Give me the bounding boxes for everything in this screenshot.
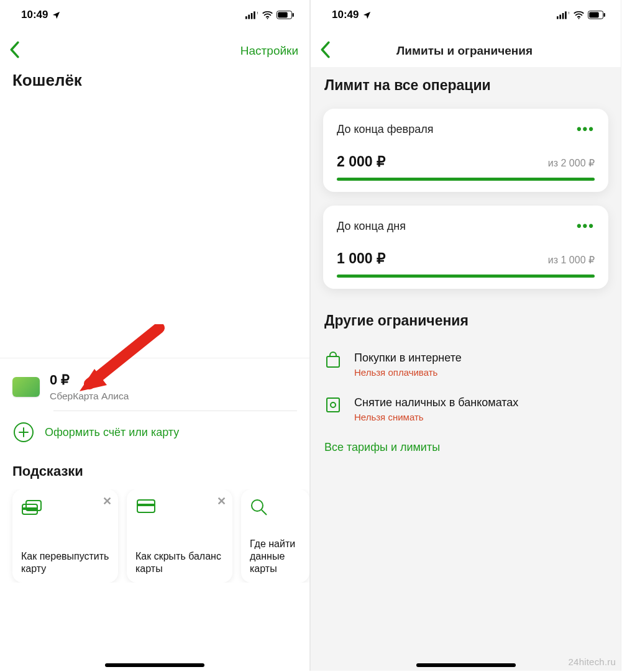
wifi-icon [573,11,585,19]
card-icon [135,498,224,519]
home-indicator[interactable] [416,663,516,667]
restriction-title: Покупки в интернете [354,352,462,365]
back-button[interactable] [319,41,331,61]
svg-text:!: ! [257,11,258,15]
svg-rect-1 [248,14,250,19]
hints-row[interactable]: ✕ Как перевыпустить карту ✕ Как скрыть б… [0,489,309,583]
page-title: Лимиты и ограничения [331,44,598,58]
svg-rect-7 [278,12,287,17]
svg-rect-8 [293,13,294,17]
other-restrictions-title: Другие ограничения [311,296,621,338]
card-icon [12,377,40,397]
svg-rect-28 [327,356,339,367]
all-tariffs-link[interactable]: Все тарифы и лимиты [311,432,621,454]
limit-progress-bar [337,275,595,278]
balance-amount: 0 ₽ [50,372,129,388]
wallet-empty-area [0,98,309,358]
plus-icon [14,422,34,442]
location-icon [362,11,372,20]
hint-card[interactable]: Где найти данные карты [241,489,309,583]
svg-point-17 [252,500,263,511]
status-bar: 10:49 ! [0,0,309,26]
hint-text: Как перевыпустить карту [21,550,109,575]
app-header: Настройки [0,26,309,67]
more-icon[interactable]: ••• [577,121,595,137]
status-time: 10:49 [332,9,359,21]
svg-rect-20 [559,14,561,19]
svg-rect-2 [251,13,253,19]
svg-rect-21 [562,13,564,19]
cards-icon [21,498,109,519]
app-header: Лимиты и ограничения [311,26,621,67]
atm-icon [324,396,343,422]
battery-icon [588,11,606,19]
shopping-bag-icon [324,352,343,378]
limit-card-month[interactable]: До конца февраля ••• 2 000 ₽ из 2 000 ₽ [323,109,608,192]
cellular-icon: ! [557,11,570,19]
section-title: Лимит на все операции [311,67,621,102]
limit-amount: 2 000 ₽ [337,153,386,170]
limit-of: из 1 000 ₽ [548,254,595,266]
svg-rect-16 [137,504,155,506]
wifi-icon [262,11,273,19]
restriction-internet[interactable]: Покупки в интернете Нельзя оплачивать [324,343,607,388]
status-time: 10:49 [21,9,48,21]
limit-period: До конца дня [337,220,406,233]
svg-rect-29 [327,398,339,412]
location-icon [52,11,61,20]
close-icon[interactable]: ✕ [103,494,112,508]
status-bar: 10:49 ! [311,0,621,26]
restriction-atm[interactable]: Снятие наличных в банкоматах Нельзя сним… [324,388,607,432]
svg-point-5 [267,18,268,19]
close-icon[interactable]: ✕ [217,494,226,508]
limit-amount: 1 000 ₽ [337,250,386,267]
hint-card[interactable]: ✕ Как скрыть баланс карты [127,489,232,583]
add-account-label: Оформить счёт или карту [45,426,179,439]
svg-rect-3 [254,11,255,19]
svg-rect-0 [245,16,247,19]
settings-link[interactable]: Настройки [240,44,298,58]
phone-limits: 10:49 ! Лимиты и огранич [311,0,621,671]
home-indicator[interactable] [105,663,204,667]
limit-period: До конца февраля [337,123,433,136]
limit-card-day[interactable]: До конца дня ••• 1 000 ₽ из 1 000 ₽ [323,206,608,289]
back-button[interactable] [9,41,20,61]
restriction-title: Снятие наличных в банкоматах [354,396,518,409]
phone-wallet: 10:49 ! Настройки [0,0,311,671]
wallet-title: Кошелёк [0,67,309,98]
svg-point-24 [578,18,579,19]
battery-icon [277,11,295,19]
cellular-icon: ! [245,11,258,19]
hint-card[interactable]: ✕ Как перевыпустить карту [12,489,118,583]
limit-of: из 2 000 ₽ [548,157,595,169]
hints-heading: Подсказки [0,453,309,489]
card-name: СберКарта Алиса [50,391,129,402]
search-icon [250,498,301,519]
add-account-row[interactable]: Оформить счёт или карту [12,411,297,453]
svg-rect-13 [22,507,37,510]
hint-text: Как скрыть баланс карты [135,550,224,575]
account-row[interactable]: 0 ₽ СберКарта Алиса [12,366,297,411]
more-icon[interactable]: ••• [577,218,595,234]
svg-point-30 [331,402,336,407]
watermark: 24hitech.ru [569,656,616,667]
svg-rect-26 [589,12,598,17]
limit-progress-bar [337,178,595,181]
svg-rect-22 [565,11,567,19]
hint-text: Где найти данные карты [250,538,301,575]
svg-text:!: ! [568,11,569,15]
svg-rect-27 [604,13,605,17]
svg-rect-19 [557,16,559,19]
svg-line-18 [262,510,267,515]
restriction-status: Нельзя снимать [354,412,518,422]
restriction-status: Нельзя оплачивать [354,367,462,378]
